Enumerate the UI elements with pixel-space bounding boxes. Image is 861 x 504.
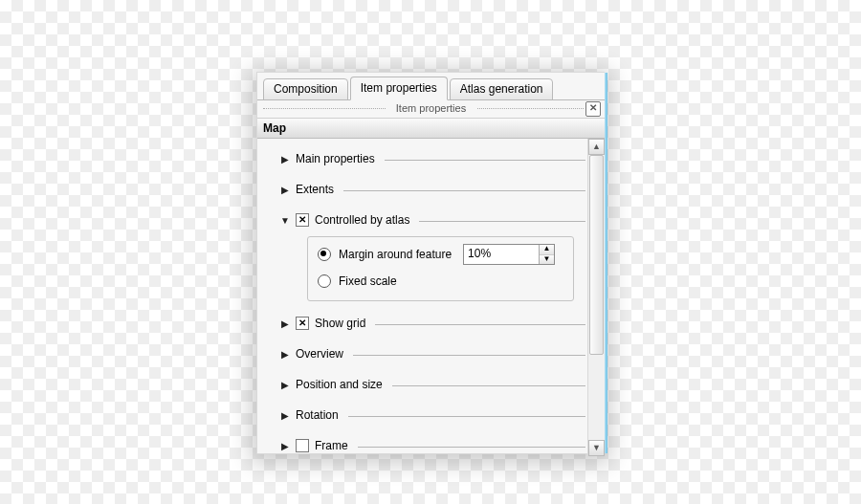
margin-value[interactable]: 10% <box>464 245 539 264</box>
section-rule <box>353 355 585 356</box>
section-rule <box>375 324 585 325</box>
section-rule <box>348 416 585 417</box>
tab-item-properties[interactable]: Item properties <box>350 77 448 100</box>
section-overview[interactable]: ▶ Overview <box>280 345 585 362</box>
tab-composition[interactable]: Composition <box>263 78 348 100</box>
section-label: Main properties <box>296 152 375 165</box>
section-label: Position and size <box>296 378 383 391</box>
checkbox-frame[interactable] <box>296 439 309 452</box>
section-rule <box>392 385 585 386</box>
spin-up-icon[interactable]: ▲ <box>540 245 554 255</box>
radio-margin-around-feature[interactable] <box>318 248 331 261</box>
scroll-up-icon[interactable]: ▲ <box>588 139 605 155</box>
section-show-grid[interactable]: ▶ Show grid <box>280 315 585 332</box>
section-label: Frame <box>315 439 348 452</box>
section-frame[interactable]: ▶ Frame <box>280 437 585 454</box>
section-label: Controlled by atlas <box>315 213 409 227</box>
panel-title: Item properties <box>396 102 466 114</box>
scroll-track[interactable] <box>588 155 605 440</box>
section-position-and-size[interactable]: ▶ Position and size <box>280 376 585 393</box>
option-label: Margin around feature <box>339 248 452 261</box>
chevron-right-icon: ▶ <box>280 318 290 329</box>
item-properties-panel: Composition Item properties Atlas genera… <box>256 72 605 454</box>
section-extents[interactable]: ▶ Extents <box>280 181 585 198</box>
section-rule <box>343 190 585 191</box>
option-margin-around-feature[interactable]: Margin around feature 10% ▲ ▼ <box>318 245 563 264</box>
chevron-right-icon: ▶ <box>280 154 290 164</box>
tab-bar: Composition Item properties Atlas genera… <box>257 77 605 100</box>
chevron-right-icon: ▶ <box>280 349 290 360</box>
section-rotation[interactable]: ▶ Rotation <box>280 406 585 424</box>
spin-down-icon[interactable]: ▼ <box>540 255 554 265</box>
option-fixed-scale[interactable]: Fixed scale <box>318 272 563 291</box>
chevron-right-icon: ▶ <box>280 185 290 195</box>
scroll-down-icon[interactable]: ▼ <box>588 440 605 456</box>
close-icon[interactable]: ✕ <box>585 101 601 117</box>
chevron-right-icon: ▶ <box>280 410 290 421</box>
vertical-scrollbar[interactable]: ▲ ▼ <box>587 139 605 456</box>
controlled-by-atlas-options: Margin around feature 10% ▲ ▼ Fixed scal… <box>307 236 574 301</box>
radio-fixed-scale[interactable] <box>318 274 331 288</box>
tab-atlas-generation[interactable]: Atlas generation <box>450 78 554 100</box>
chevron-right-icon: ▶ <box>280 380 290 390</box>
section-label: Rotation <box>296 408 339 422</box>
scroll-area: ▶ Main properties ▶ Extents ▼ Controlled… <box>257 139 605 456</box>
option-label: Fixed scale <box>339 274 397 288</box>
checkbox-controlled-by-atlas[interactable] <box>296 213 309 227</box>
chevron-down-icon: ▼ <box>280 215 290 226</box>
section-label: Show grid <box>315 317 365 330</box>
panel-drag-edge[interactable] <box>605 73 607 453</box>
checkbox-show-grid[interactable] <box>296 317 309 330</box>
section-controlled-by-atlas[interactable]: ▼ Controlled by atlas <box>280 211 585 229</box>
panel-header: Item properties ✕ <box>257 100 605 116</box>
section-main-properties[interactable]: ▶ Main properties <box>280 150 585 167</box>
group-map-header[interactable]: Map <box>257 118 605 139</box>
section-rule <box>419 221 585 222</box>
section-rule <box>358 447 585 448</box>
scroll-thumb[interactable] <box>589 155 604 355</box>
section-rule <box>385 160 585 161</box>
section-label: Extents <box>296 183 334 196</box>
margin-spinbox[interactable]: 10% ▲ ▼ <box>463 244 555 265</box>
chevron-right-icon: ▶ <box>280 441 290 451</box>
section-label: Overview <box>296 347 343 361</box>
